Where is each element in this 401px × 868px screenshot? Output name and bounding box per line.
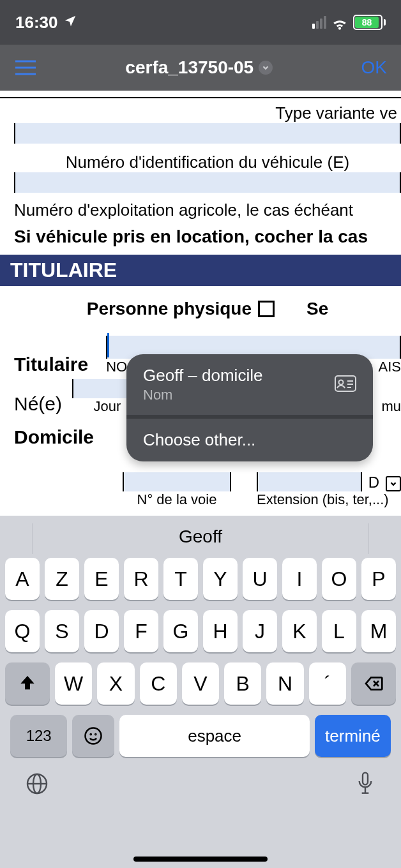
key-s[interactable]: S [45, 610, 79, 652]
form-sublabel: mu [381, 398, 401, 415]
key-y[interactable]: Y [203, 558, 238, 600]
form-label: Titulaire [14, 354, 88, 375]
checkbox-personne-physique[interactable] [258, 301, 275, 317]
form-sublabel: AIS [379, 359, 401, 375]
key-e[interactable]: E [84, 558, 119, 600]
key-d[interactable]: D [84, 610, 119, 652]
form-sublabel: D [368, 474, 379, 491]
key-b[interactable]: B [224, 662, 261, 705]
form-field-nvoie[interactable] [123, 472, 231, 491]
status-bar: 16:30 88 [0, 0, 401, 45]
key-v[interactable]: V [182, 662, 219, 705]
key-t[interactable]: T [163, 558, 198, 600]
text-cursor [107, 333, 109, 357]
form-label: Numéro d'identification du véhicule (E) [14, 153, 401, 172]
document-title-label: cerfa_13750-05 [125, 57, 253, 78]
outline-menu-icon[interactable] [14, 59, 37, 77]
form-field-vin[interactable] [14, 172, 401, 193]
nav-bar: cerfa_13750-05 OK [0, 45, 401, 91]
form-label: Si véhicule pris en location, cocher la … [14, 227, 401, 247]
svg-point-4 [339, 380, 344, 384]
backspace-key[interactable] [351, 662, 396, 705]
autofill-choose-other[interactable]: Choose other... [126, 419, 373, 461]
key-r[interactable]: R [124, 558, 158, 600]
form-label: Type variante ve [14, 103, 401, 123]
key-u[interactable]: U [243, 558, 277, 600]
key-c[interactable]: C [140, 662, 177, 705]
battery-percent: 88 [362, 17, 372, 27]
status-time: 16:30 [15, 13, 58, 33]
key-row-3: WXCVBN´ [5, 662, 396, 705]
key-x[interactable]: X [97, 662, 134, 705]
svg-rect-16 [363, 773, 368, 785]
svg-point-11 [91, 734, 91, 735]
key-´[interactable]: ´ [309, 662, 346, 705]
autofill-suggestion[interactable]: Geoff – domicile Nom [126, 354, 373, 415]
shift-key[interactable] [5, 662, 50, 705]
form-label: Se [306, 299, 328, 319]
key-o[interactable]: O [322, 558, 356, 600]
cell-signal-icon [312, 16, 326, 29]
key-row-1: AZERTYUIOP [5, 558, 396, 600]
key-w[interactable]: W [55, 662, 92, 705]
form-label: Numéro d'exploitation agricole, le cas é… [14, 200, 401, 220]
key-j[interactable]: J [243, 610, 277, 652]
autofill-field-name: Nom [143, 387, 262, 403]
key-q[interactable]: Q [5, 610, 40, 652]
form-label: Né(e) [14, 393, 62, 415]
emoji-key[interactable] [72, 715, 114, 757]
battery-icon: 88 [353, 15, 386, 30]
numbers-key[interactable]: 123 [10, 715, 67, 757]
contact-card-icon [335, 375, 356, 394]
ok-button[interactable]: OK [361, 57, 387, 78]
chevron-down-icon [259, 61, 273, 75]
dictation-key[interactable] [355, 771, 375, 799]
done-key[interactable]: terminé [315, 715, 391, 757]
svg-point-12 [95, 734, 96, 735]
keyboard: Geoff AZERTYUIOP QSDFGHJKLM WXCVBN´ 123 … [0, 516, 401, 868]
wifi-icon [331, 16, 348, 29]
prediction-candidate[interactable]: Geoff [0, 516, 401, 558]
space-key[interactable]: espace [119, 715, 310, 757]
form-label: Personne physique [87, 299, 252, 319]
autofill-popover: Geoff – domicile Nom Choose other... [126, 354, 373, 461]
autofill-contact-name: Geoff – domicile [143, 366, 262, 385]
form-field-type-variante[interactable] [14, 123, 401, 144]
key-h[interactable]: H [203, 610, 238, 652]
key-row-2: QSDFGHJKLM [5, 610, 396, 652]
form-sublabel: Extension (bis, ter,...) [257, 491, 401, 508]
key-n[interactable]: N [266, 662, 303, 705]
form-label: Domicile [14, 426, 94, 447]
key-a[interactable]: A [5, 558, 40, 600]
key-p[interactable]: P [361, 558, 396, 600]
key-i[interactable]: I [282, 558, 317, 600]
key-g[interactable]: G [163, 610, 198, 652]
form-sublabel: N° de la voie [123, 491, 231, 508]
document-title[interactable]: cerfa_13750-05 [125, 57, 273, 78]
location-arrow-icon [63, 13, 77, 33]
autofill-choose-other-label: Choose other... [143, 430, 255, 450]
key-k[interactable]: K [282, 610, 317, 652]
section-header-titulaire: TITULAIRE [0, 255, 401, 286]
key-l[interactable]: L [322, 610, 356, 652]
form-sublabel: NO [106, 359, 127, 375]
key-z[interactable]: Z [45, 558, 79, 600]
svg-point-10 [86, 728, 102, 744]
globe-key[interactable] [26, 772, 49, 798]
key-m[interactable]: M [361, 610, 396, 652]
home-indicator[interactable] [133, 857, 268, 862]
key-f[interactable]: F [124, 610, 158, 652]
prediction-bar: Geoff [0, 516, 401, 558]
chevron-down-icon[interactable] [386, 476, 401, 491]
form-field-extension[interactable] [257, 472, 362, 491]
